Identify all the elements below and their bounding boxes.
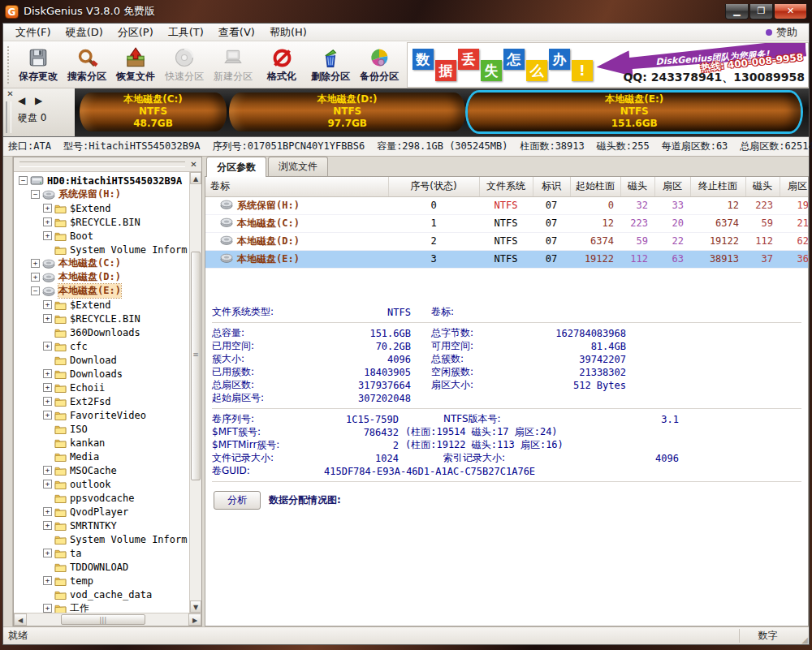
expand-icon[interactable]: +	[43, 549, 52, 557]
toolbar-grip[interactable]	[7, 46, 11, 84]
tree-item-30[interactable]: +vod_cache_data	[14, 588, 201, 601]
collapse-icon[interactable]: −	[31, 286, 40, 295]
format-button[interactable]: 格式化	[257, 43, 306, 87]
expand-icon[interactable]: +	[43, 397, 52, 406]
expand-icon[interactable]: +	[43, 480, 52, 489]
tree-item-16[interactable]: +Ext2Fsd	[14, 394, 201, 408]
tab-0[interactable]: 分区参数	[206, 157, 266, 177]
tree-item-6[interactable]: +本地磁盘(C:)	[14, 256, 201, 270]
scroll-left-icon[interactable]: ◀	[14, 613, 27, 626]
partition-row-1[interactable]: 本地磁盘(C:)1NTFS0712223206374592148.7GB	[205, 214, 809, 232]
tree-item-18[interactable]: +ISO	[14, 422, 201, 436]
tree-item-14[interactable]: +Downloads	[14, 367, 201, 381]
tree-item-0[interactable]: −HD0:HitachiHTS545032B9A	[14, 174, 201, 187]
tree-item-9[interactable]: +$Extend	[14, 298, 201, 312]
tree-item-24[interactable]: +QvodPlayer	[14, 505, 201, 519]
tree-item-22[interactable]: +outlook	[14, 477, 201, 491]
tree-item-25[interactable]: +SMRTNTKY	[14, 519, 201, 532]
column-header-8[interactable]: 磁头	[745, 177, 780, 196]
expand-icon[interactable]: +	[43, 466, 52, 475]
tab-1[interactable]: 浏览文件	[268, 157, 328, 176]
tree-item-28[interactable]: +TDDOWNLOAD	[14, 560, 201, 574]
resize-grip-icon[interactable]	[796, 627, 809, 644]
expand-icon[interactable]: +	[43, 342, 52, 351]
scrollbar-thumb[interactable]: |||	[61, 614, 145, 625]
tree-item-8[interactable]: −本地磁盘(E:)	[14, 284, 201, 298]
partition-c[interactable]: 本地磁盘(C:)NTFS48.7GB	[80, 93, 227, 131]
column-header-0[interactable]: 卷标	[205, 177, 388, 196]
collapse-icon[interactable]: −	[31, 190, 40, 199]
scroll-up-icon[interactable]: ▲	[190, 172, 201, 184]
menu-item-3[interactable]: 工具(T)	[161, 24, 211, 41]
tree-item-12[interactable]: +cfc	[14, 339, 201, 353]
expand-icon[interactable]: +	[43, 604, 52, 613]
minimize-button[interactable]: ▁	[725, 4, 749, 19]
expand-icon[interactable]: +	[43, 383, 52, 392]
tree-item-27[interactable]: +ta	[14, 546, 201, 560]
column-header-9[interactable]: 扇区	[780, 177, 809, 196]
column-header-1[interactable]: 序号(状态)	[388, 177, 479, 196]
tree-vertical-scrollbar[interactable]: ▲ ▼	[189, 172, 201, 613]
menu-item-1[interactable]: 硬盘(D)	[58, 24, 110, 41]
diskbar-close-icon[interactable]: ✕	[5, 89, 15, 100]
tree-item-5[interactable]: +System Volume Inform	[14, 243, 201, 256]
partition-row-3[interactable]: 本地磁盘(E:)3NTFS071912211263389133736151.6G…	[205, 250, 809, 268]
tree-item-23[interactable]: +ppsvodcache	[14, 491, 201, 505]
expand-icon[interactable]: +	[43, 231, 52, 240]
expand-icon[interactable]: +	[43, 217, 52, 226]
tree-item-21[interactable]: +MSOCache	[14, 463, 201, 477]
tree-item-10[interactable]: +$RECYCLE.BIN	[14, 312, 201, 325]
partition-d[interactable]: 本地磁盘(D:)NTFS97.7GB	[229, 93, 465, 131]
column-header-7[interactable]: 终止柱面	[690, 177, 745, 196]
disk-nav-arrows[interactable]: ◀ ▶	[18, 95, 46, 106]
tree-item-2[interactable]: +$Extend	[14, 201, 201, 215]
expand-icon[interactable]: +	[43, 521, 52, 530]
tree-horizontal-scrollbar[interactable]: ◀ ||| ▶	[14, 613, 201, 626]
column-header-3[interactable]: 标识	[533, 177, 570, 196]
tree-item-11[interactable]: +360Downloads	[14, 325, 201, 339]
tree-item-17[interactable]: +FavoriteVideo	[14, 408, 201, 422]
close-button[interactable]: ✕	[774, 4, 807, 19]
tree-item-7[interactable]: +本地磁盘(D:)	[14, 270, 201, 284]
scrollbar-thumb[interactable]	[191, 252, 201, 480]
tree-item-15[interactable]: +Echoii	[14, 381, 201, 394]
column-header-6[interactable]: 扇区	[654, 177, 690, 196]
tree-item-1[interactable]: −系统保留(H:)	[14, 187, 201, 201]
expand-icon[interactable]: +	[43, 507, 52, 516]
partition-row-0[interactable]: 系统保留(H:)0NTFS07032331222319100.0MB	[205, 196, 809, 214]
tree-item-19[interactable]: +kankan	[14, 436, 201, 450]
expand-icon[interactable]: +	[43, 369, 52, 378]
tree-item-29[interactable]: +temp	[14, 574, 201, 588]
tree-item-3[interactable]: +$RECYCLE.BIN	[14, 215, 201, 229]
expand-icon[interactable]: +	[43, 300, 52, 309]
tree-panel-close-icon[interactable]: ✕	[188, 160, 199, 169]
column-header-5[interactable]: 磁头	[620, 177, 654, 196]
tree-item-26[interactable]: +System Volume Inform	[14, 532, 201, 546]
expand-icon[interactable]: +	[43, 314, 52, 323]
menu-item-5[interactable]: 帮助(H)	[262, 24, 314, 41]
tree-item-31[interactable]: +工作	[14, 601, 201, 613]
expand-icon[interactable]: +	[31, 259, 40, 268]
menu-item-4[interactable]: 查看(V)	[211, 24, 262, 41]
collapse-icon[interactable]: −	[19, 176, 28, 185]
scroll-down-icon[interactable]: ▼	[190, 600, 201, 613]
column-header-4[interactable]: 起始柱面	[570, 177, 620, 196]
column-header-2[interactable]: 文件系统	[479, 177, 533, 196]
save-button[interactable]: 保存更改	[14, 43, 63, 87]
partition-e[interactable]: 本地磁盘(E:)NTFS151.6GB	[468, 93, 801, 131]
recover-files-button[interactable]: 恢复文件	[111, 43, 160, 87]
diskbar-splitter[interactable]	[6, 101, 11, 133]
delete-partition-button[interactable]: 删除分区	[306, 43, 355, 87]
menu-item-2[interactable]: 分区(P)	[110, 24, 161, 41]
search-button[interactable]: 搜索分区	[63, 43, 111, 87]
menu-item-0[interactable]: 文件(F)	[8, 24, 58, 41]
maximize-button[interactable]: ❐	[749, 4, 773, 19]
expand-icon[interactable]: +	[43, 576, 52, 585]
tree-item-13[interactable]: +Download	[14, 353, 201, 367]
backup-partition-button[interactable]: 备份分区	[355, 43, 404, 87]
ad-banner[interactable]: 数据丢失怎么办! DiskGenius团队为您服务! 热线: 400-008-9…	[407, 42, 809, 88]
tree-item-20[interactable]: +Media	[14, 450, 201, 463]
scroll-right-icon[interactable]: ▶	[188, 613, 201, 626]
partition-row-2[interactable]: 本地磁盘(D:)2NTFS0763745922191221126297.7GB	[205, 232, 809, 250]
tree-item-4[interactable]: +Boot	[14, 229, 201, 243]
